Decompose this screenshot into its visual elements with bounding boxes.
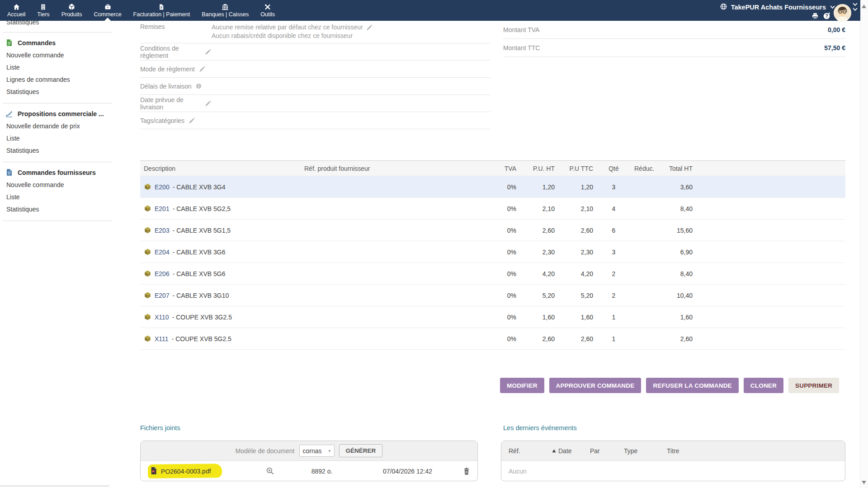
line-reduc (631, 241, 658, 263)
sort-ascending-icon[interactable] (552, 447, 557, 455)
column-header-spacer (696, 161, 845, 176)
vertical-scrollbar[interactable] (860, 0, 868, 488)
field-row-mode-de-r-glement: Mode de règlement (140, 61, 491, 78)
events-column-label: Par (590, 447, 600, 455)
line-qty: 1 (597, 328, 631, 350)
line-supplier-ref (301, 263, 436, 285)
file-link-highlighted[interactable]: PO2604-0003.pdf (148, 464, 222, 479)
sidebar-item-liste[interactable]: Liste (0, 132, 116, 144)
preview-magnifier-icon[interactable] (252, 467, 288, 475)
line-supplier-ref (301, 285, 436, 306)
column-header-description: Description (140, 161, 301, 176)
sidebar-item-liste[interactable]: Liste (0, 61, 116, 73)
product-ref-link[interactable]: E207 (155, 292, 170, 299)
field-label-text: Conditions de règlement (140, 45, 201, 59)
events-column-titre[interactable]: Titre (667, 447, 838, 455)
modifier-button[interactable]: MODIFIER (500, 378, 544, 393)
nav-item-accueil[interactable]: Accueil (1, 0, 31, 21)
nav-item-tiers[interactable]: Tiers (31, 0, 55, 21)
attachments-heading: Fichiers joints (140, 424, 180, 432)
nav-item-facturation-paiement[interactable]: Facturation | Paiement (127, 0, 196, 21)
document-model-select[interactable]: cornas ▾ (299, 445, 335, 457)
pdf-file-icon (150, 467, 157, 476)
product-ref-link[interactable]: X111 (155, 335, 169, 343)
sidebar-item-statistiques[interactable]: Statistiques (0, 203, 116, 215)
events-column-type[interactable]: Type (624, 447, 667, 455)
building-icon (40, 3, 47, 11)
line-total-ht: 8,40 (658, 198, 696, 220)
line-qty: 2 (597, 263, 631, 285)
cloner-button[interactable]: CLONER (744, 378, 783, 393)
product-cube-icon (144, 183, 151, 191)
sidebar-item-statistiques-cut[interactable]: Statistiques (6, 21, 116, 27)
field-row-d-lais-de-livraison: Délais de livraison (140, 78, 491, 95)
sidebar-item-statistiques[interactable]: Statistiques (0, 144, 116, 156)
chevron-down-icon[interactable] (852, 2, 858, 12)
product-ref-link[interactable]: E201 (155, 205, 170, 212)
nav-item-outils[interactable]: Outils (255, 0, 281, 21)
field-label: Date prévue de livraison (140, 96, 212, 111)
help-button[interactable]: ? (823, 12, 831, 20)
nav-item-commerce[interactable]: Commerce (88, 0, 127, 21)
edit-pencil-icon[interactable] (188, 117, 195, 124)
delete-trash-icon[interactable] (459, 467, 470, 475)
sidebar-item-statistiques[interactable]: Statistiques (0, 85, 116, 98)
sidebar-divider (3, 103, 112, 103)
line-description-cell: E204 - CABLE XVB 3G6 (140, 241, 301, 263)
field-row-date-pr-vue-de-livraison: Date prévue de livraison (140, 95, 491, 112)
supprimer-button[interactable]: SUPPRIMER (788, 378, 839, 393)
line-reduc (631, 220, 658, 241)
line-description: E200 - CABLE XVB 3G4 (144, 183, 297, 191)
order-line-row: E203 - CABLE XVB 5G1,50%2,602,60615,60 (140, 220, 845, 241)
edit-pencil-icon[interactable] (366, 24, 373, 31)
field-label: Tags/catégories (140, 117, 212, 124)
product-ref-link[interactable]: E206 (155, 270, 170, 277)
print-button[interactable] (811, 12, 819, 20)
events-column-date[interactable]: Date (552, 447, 590, 455)
generate-button[interactable]: GÉNÉRER (339, 444, 383, 457)
sidebar-item-nouvelle-commande[interactable]: Nouvelle commande (0, 178, 116, 191)
avatar[interactable] (834, 4, 851, 22)
user-menu[interactable]: TakePUR Achats Fournisseurs (720, 3, 835, 12)
sidebar-section-propositions-commerciale[interactable]: Propositions commerciale ... (5, 110, 116, 117)
line-description: E204 - CABLE XVB 3G6 (144, 248, 297, 256)
product-ref-link[interactable]: E204 (155, 249, 170, 256)
product-ref-link[interactable]: E200 (155, 183, 170, 191)
sidebar-section-commandes[interactable]: Commandes (5, 39, 116, 47)
line-spacer (696, 241, 845, 263)
edit-pencil-icon[interactable] (204, 100, 212, 107)
line-description: E206 - CABLE XVB 5G6 (144, 270, 297, 277)
sidebar-divider (3, 221, 112, 221)
line-pu-ht: 4,20 (520, 263, 558, 285)
sidebar-section-commandes-fournisseurs[interactable]: Commandes fournisseurs (5, 169, 116, 176)
nav-item-label: Banques | Caisses (202, 12, 249, 18)
line-total-ht: 10,40 (658, 285, 696, 306)
line-description: X111 - COUPE XVB 5G2.5 (144, 335, 297, 343)
sidebar-item-liste[interactable]: Liste (0, 191, 116, 203)
top-navbar: AccueilTiersProduitsCommerceFacturation … (0, 0, 860, 21)
product-ref-link[interactable]: E203 (155, 227, 170, 234)
sidebar-item-lignes-de-commandes[interactable]: Lignes de commandes (0, 73, 116, 85)
scroll-down-arrow-icon[interactable] (862, 481, 866, 484)
product-ref-link[interactable]: X110 (155, 314, 169, 321)
events-table-header: Réf.DateParTypeTitre (501, 441, 845, 461)
product-label: - CABLE XVB 3G10 (173, 292, 229, 299)
line-reduc (631, 306, 658, 328)
edit-pencil-icon[interactable] (204, 48, 212, 56)
order-totals: Montant TVA0,00 €Montant TTC57,50 € (503, 21, 845, 57)
edit-pencil-icon[interactable] (198, 66, 206, 73)
nav-item-banques-caisses[interactable]: Banques | Caisses (196, 0, 255, 21)
field-value-text: Aucune remise relative par défaut chez c… (212, 23, 363, 32)
refuser-la-commande-button[interactable]: REFUSER LA COMMANDE (646, 378, 738, 393)
line-reduc (631, 198, 658, 220)
sidebar-item-nouvelle-demande-de-prix[interactable]: Nouvelle demande de prix (0, 120, 116, 132)
scroll-up-arrow-icon[interactable] (862, 5, 866, 8)
sidebar-item-nouvelle-commande[interactable]: Nouvelle commande (0, 49, 116, 61)
line-description-cell: E200 - CABLE XVB 3G4 (140, 176, 301, 198)
product-label: - CABLE XVB 3G6 (173, 249, 226, 256)
action-buttons: MODIFIERAPPROUVER COMMANDEREFUSER LA COM… (500, 378, 839, 393)
nav-item-produits[interactable]: Produits (56, 0, 88, 21)
approuver-commande-button[interactable]: APPROUVER COMMANDE (549, 378, 642, 393)
events-column-par[interactable]: Par (590, 447, 624, 455)
events-column-r-f[interactable]: Réf. (509, 447, 552, 455)
